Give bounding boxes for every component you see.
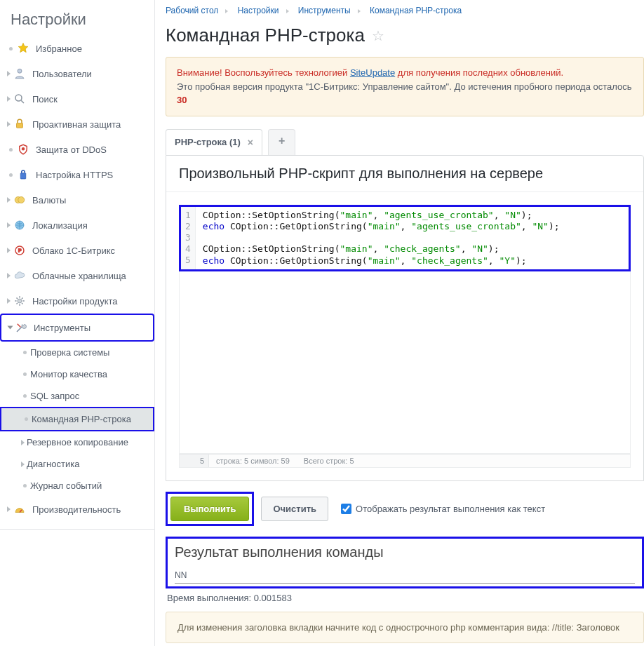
svg-rect-4	[20, 173, 26, 179]
sidebar-item-label: Настройки продукта	[32, 296, 118, 307]
sidebar-sub-backup[interactable]: Резервное копирование	[0, 431, 154, 453]
favorite-star-icon[interactable]: ☆	[372, 27, 384, 44]
sidebar-item-label: Настройка HTTPS	[36, 170, 113, 180]
tab-label: PHP-строка (1)	[175, 137, 241, 147]
lock-icon	[13, 117, 27, 131]
editor-panel: Произвольный PHP-скрипт для выполнения н…	[166, 155, 644, 481]
svg-point-1	[15, 95, 22, 101]
alert-text: Внимание! Воспользуйтесь технологией	[177, 67, 350, 78]
sidebar-item-label: Монитор качества	[30, 369, 107, 379]
editor-statusbar: 5 строка: 5 символ: 59 Всего строк: 5	[179, 454, 631, 468]
sidebar-sub-eventlog[interactable]: Журнал событий	[0, 475, 154, 497]
status-position: строка: 5 символ: 59	[209, 455, 297, 467]
search-icon	[13, 92, 27, 106]
breadcrumb-link[interactable]: Командная PHP-строка	[370, 6, 462, 15]
as-text-checkbox[interactable]	[341, 504, 351, 514]
sidebar-item-cloud-storage[interactable]: Облачные хранилища	[0, 263, 154, 288]
breadcrumb-link[interactable]: Настройки	[238, 6, 279, 15]
sidebar-item-cloud-bitrix[interactable]: Облако 1С-Битрикс	[0, 238, 154, 263]
sidebar-item-currencies[interactable]: Валюты	[0, 187, 154, 213]
sidebar-sub-quality[interactable]: Монитор качества	[0, 363, 154, 385]
editor-code[interactable]: COption::SetOptionString("main", "agents…	[196, 207, 629, 269]
sidebar-item-label: Производительность	[32, 504, 121, 515]
sidebar-item-label: Резервное копирование	[27, 437, 128, 448]
sidebar-item-label: Пользователи	[32, 69, 92, 79]
alert-banner: Внимание! Воспользуйтесь технологией Sit…	[166, 57, 644, 116]
as-text-checkbox-wrap[interactable]: Отображать результат выполнения как текс…	[341, 504, 545, 514]
sidebar-sub-phpcmd[interactable]: Командная PHP-строка	[0, 407, 154, 431]
tabs: PHP-строка (1) × +	[166, 129, 644, 155]
result-body: NN	[175, 560, 635, 584]
panel-title: Произвольный PHP-скрипт для выполнения н…	[166, 156, 643, 192]
cloud-bitrix-icon	[13, 243, 27, 257]
users-icon	[13, 67, 27, 81]
sidebar-item-favorites[interactable]: Избранное	[0, 36, 154, 61]
breadcrumb-link[interactable]: Инструменты	[298, 6, 351, 15]
globe-icon	[13, 218, 27, 232]
svg-point-3	[22, 147, 25, 151]
code-editor[interactable]: 1 2 3 4 5 COption::SetOptionString("main…	[179, 205, 631, 271]
breadcrumb: Рабочий стол Настройки Инструменты Коман…	[166, 0, 644, 21]
result-title: Результат выполнения команды	[175, 544, 635, 560]
currency-icon	[13, 193, 27, 207]
clear-button[interactable]: Очистить	[261, 497, 328, 521]
sidebar-item-search[interactable]: Поиск	[0, 86, 154, 112]
sidebar-item-label: Облако 1С-Битрикс	[32, 245, 115, 256]
sidebar-sub-syscheck[interactable]: Проверка системы	[0, 342, 154, 363]
sidebar-item-label: Диагностика	[27, 459, 79, 469]
sidebar: Настройки Избранное Пользователи Поиск П…	[0, 0, 154, 646]
alert-text: для получения последних обновлений.	[395, 67, 563, 78]
tools-icon	[14, 321, 28, 335]
tab-php-string[interactable]: PHP-строка (1) ×	[166, 129, 262, 155]
status-total-lines: Всего строк: 5	[297, 455, 361, 467]
tab-add-button[interactable]: +	[268, 129, 295, 155]
close-icon[interactable]: ×	[248, 137, 253, 148]
result-block: Результат выполнения команды NN	[166, 537, 644, 588]
sidebar-sub-diagnostic[interactable]: Диагностика	[0, 453, 154, 475]
sidebar-item-label: Проактивная защита	[32, 119, 121, 130]
star-icon	[16, 41, 30, 55]
sidebar-sub-sql[interactable]: SQL запрос	[0, 385, 154, 407]
status-line-num: 5	[180, 455, 209, 467]
execute-button[interactable]: Выполнить	[170, 497, 249, 521]
editor-empty-area[interactable]	[179, 271, 631, 454]
page-title: Командная PHP-строка	[166, 25, 365, 46]
alert-link[interactable]: SiteUpdate	[350, 67, 395, 78]
sidebar-item-label: SQL запрос	[30, 391, 79, 401]
svg-point-6	[18, 197, 25, 203]
editor-gutter: 1 2 3 4 5	[181, 207, 196, 269]
svg-rect-2	[17, 123, 23, 128]
sidebar-item-localization[interactable]: Локализация	[0, 213, 154, 238]
sidebar-item-tools[interactable]: Инструменты	[0, 314, 154, 342]
action-row: Выполнить Очистить Отображать результат …	[166, 481, 644, 537]
svg-point-0	[18, 69, 22, 73]
sidebar-item-proactive[interactable]: Проактивная защита	[0, 112, 154, 137]
sidebar-item-label: Облачные хранилища	[32, 271, 126, 281]
main-content: Рабочий стол Настройки Инструменты Коман…	[154, 0, 644, 646]
https-icon	[16, 168, 30, 182]
sidebar-item-label: Избранное	[36, 43, 82, 54]
sidebar-item-label: Инструменты	[34, 323, 90, 333]
exec-time: Время выполнения: 0.001583	[166, 588, 644, 612]
gauge-icon	[13, 502, 27, 516]
sidebar-item-label: Локализация	[32, 220, 88, 231]
sidebar-item-label: Валюты	[32, 195, 66, 206]
sidebar-item-performance[interactable]: Производительность	[0, 497, 154, 522]
sidebar-title: Настройки	[0, 4, 154, 36]
hint-banner: Для изменения заголовка вкладки начните …	[166, 612, 644, 643]
sidebar-item-label: Поиск	[32, 94, 58, 105]
sidebar-item-users[interactable]: Пользователи	[0, 61, 154, 86]
gear-icon	[13, 294, 27, 308]
sidebar-divider	[0, 529, 154, 530]
sidebar-item-label: Журнал событий	[30, 480, 102, 491]
sidebar-item-product-settings[interactable]: Настройки продукта	[0, 288, 154, 314]
sidebar-item-label: Командная PHP-строка	[32, 414, 131, 424]
cloud-icon	[13, 269, 27, 283]
svg-point-9	[18, 299, 22, 303]
as-text-label: Отображать результат выполнения как текс…	[356, 504, 545, 514]
breadcrumb-link[interactable]: Рабочий стол	[166, 6, 218, 15]
sidebar-menu: Избранное Пользователи Поиск Проактивная…	[0, 36, 154, 522]
sidebar-item-ddos[interactable]: Защита от DDoS	[0, 137, 154, 162]
alert-days: 30	[177, 95, 187, 105]
sidebar-item-https[interactable]: Настройка HTTPS	[0, 162, 154, 187]
